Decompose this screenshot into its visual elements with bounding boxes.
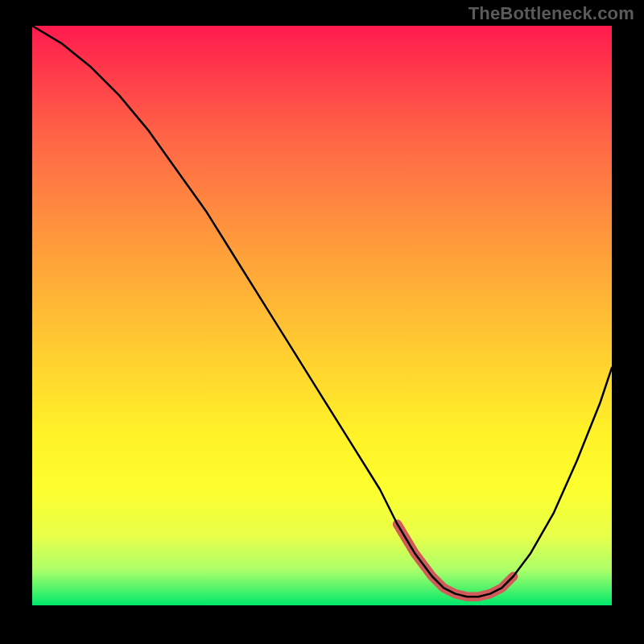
main-curve bbox=[32, 26, 612, 597]
plot-area bbox=[32, 26, 612, 605]
bottom-accent-curve bbox=[398, 524, 514, 597]
attribution-text: TheBottleneck.com bbox=[469, 3, 634, 24]
chart-frame: TheBottleneck.com bbox=[0, 0, 644, 644]
chart-svg bbox=[32, 26, 612, 605]
